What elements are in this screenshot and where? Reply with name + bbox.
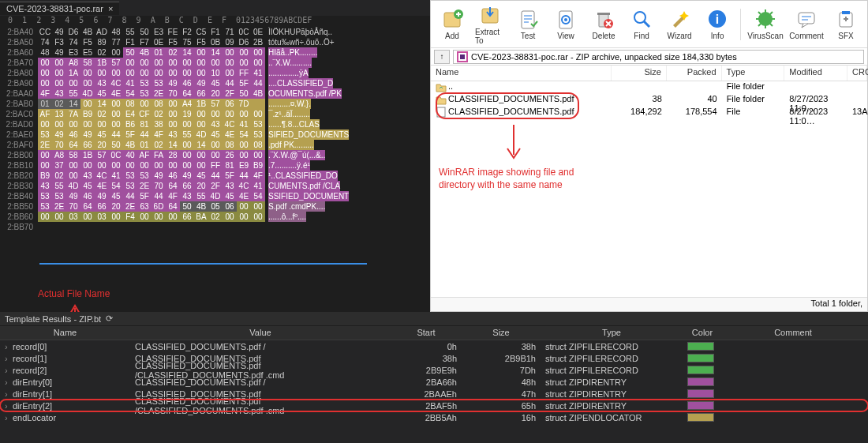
hex-byte[interactable]: 50 xyxy=(109,140,123,150)
hex-byte[interactable]: AF xyxy=(38,109,52,119)
hex-byte[interactable]: 00 xyxy=(223,109,237,119)
hex-byte[interactable]: 57 xyxy=(95,150,109,160)
hex-byte[interactable]: 64 xyxy=(80,201,95,212)
hex-byte[interactable] xyxy=(38,222,52,232)
hex-byte[interactable]: FF xyxy=(237,68,251,78)
hex-byte[interactable]: 49 xyxy=(152,171,166,181)
hex-row[interactable]: 2:BAD0000000000000B68138000000434C4153..… xyxy=(0,119,430,130)
hex-byte[interactable]: 53 xyxy=(123,171,137,181)
hex-byte[interactable]: 00 xyxy=(38,160,52,171)
col-packed[interactable]: Packed xyxy=(667,66,722,81)
hex-row[interactable]: 2:BB10003700000000000000000000FF81E9B9.7… xyxy=(0,160,430,171)
hex-byte[interactable]: 00 xyxy=(194,58,208,68)
hex-byte[interactable]: 43 xyxy=(208,119,223,130)
hex-byte[interactable]: F1 xyxy=(123,37,137,47)
hex-byte[interactable]: FA xyxy=(152,150,166,160)
hex-row[interactable]: 2:BAB001021400140008000800A41B57067D....… xyxy=(0,99,430,109)
hex-byte[interactable]: 5F xyxy=(237,78,251,88)
hex-byte[interactable]: 49 xyxy=(166,78,180,88)
hex-byte[interactable]: 00 xyxy=(237,201,251,212)
hex-byte[interactable]: 20 xyxy=(194,181,208,191)
hex-byte[interactable] xyxy=(109,222,123,232)
hex-byte[interactable]: 50 xyxy=(137,27,152,37)
hex-byte[interactable]: 4B xyxy=(251,88,265,99)
hex-byte[interactable]: 43 xyxy=(166,130,180,140)
hex-byte[interactable]: 2B xyxy=(251,37,265,47)
hex-byte[interactable]: 46 xyxy=(80,191,95,201)
hex-byte[interactable]: 44 xyxy=(152,191,166,201)
hex-byte[interactable]: 00 xyxy=(237,150,251,160)
hex-byte[interactable]: 02 xyxy=(152,109,166,119)
hex-byte[interactable]: 2F xyxy=(223,88,237,99)
hex-byte[interactable]: 00 xyxy=(38,58,52,68)
hex-byte[interactable]: 5F xyxy=(137,191,152,201)
hex-byte[interactable]: 70 xyxy=(52,140,66,150)
hex-byte[interactable]: 66 xyxy=(180,181,194,191)
hex-byte[interactable]: A8 xyxy=(66,58,80,68)
hex-byte[interactable] xyxy=(152,222,166,232)
hex-byte[interactable]: 00 xyxy=(180,140,194,150)
hex-byte[interactable]: 1B xyxy=(194,99,208,109)
hex-byte[interactable]: 4F xyxy=(38,88,52,99)
hex-byte[interactable]: F7 xyxy=(137,37,152,47)
hex-byte[interactable]: 45 xyxy=(194,171,208,181)
hex-byte[interactable]: 70 xyxy=(166,88,180,99)
hex-byte[interactable]: 00 xyxy=(208,150,223,160)
hex-byte[interactable]: 00 xyxy=(237,58,251,68)
hex-body[interactable]: 2:BA40CC49D64BAD485550E3FEF2C5F1710C0EÌI… xyxy=(0,27,430,232)
sfx-button[interactable]: SFX xyxy=(831,8,861,40)
hex-byte[interactable]: 45 xyxy=(208,78,223,88)
hex-byte[interactable]: 44 xyxy=(109,130,123,140)
hex-byte[interactable]: 00 xyxy=(251,109,265,119)
hex-byte[interactable]: 66 xyxy=(180,212,194,222)
hex-row[interactable]: 2:BAA04F43554D454E54532E706466202F504BOC… xyxy=(0,88,430,99)
hex-byte[interactable]: 00 xyxy=(194,68,208,78)
hex-byte[interactable]: 08 xyxy=(251,140,265,150)
hex-byte[interactable]: 64 xyxy=(166,201,180,212)
hex-byte[interactable]: 00 xyxy=(180,150,194,160)
hex-byte[interactable]: 00 xyxy=(166,212,180,222)
hex-byte[interactable]: 00 xyxy=(66,160,80,171)
hex-byte[interactable]: 43 xyxy=(38,181,52,191)
hex-byte[interactable]: AF xyxy=(137,150,152,160)
hex-byte[interactable]: 55 xyxy=(52,181,66,191)
hex-byte[interactable]: 02 xyxy=(208,212,223,222)
hex-byte[interactable]: 1A xyxy=(66,68,80,78)
hex-byte[interactable]: 00 xyxy=(52,58,66,68)
hex-byte[interactable]: 00 xyxy=(152,68,166,78)
hex-byte[interactable]: 00 xyxy=(109,99,123,109)
hex-byte[interactable]: 81 xyxy=(137,119,152,130)
refresh-icon[interactable]: ⟳ xyxy=(106,313,113,324)
hex-byte[interactable]: 00 xyxy=(95,119,109,130)
hex-byte[interactable]: 4C xyxy=(95,171,109,181)
hex-byte[interactable]: 48 xyxy=(109,27,123,37)
hex-byte[interactable] xyxy=(95,222,109,232)
hex-byte[interactable]: 14 xyxy=(95,99,109,109)
hex-byte[interactable]: 00 xyxy=(109,109,123,119)
hex-byte[interactable]: 55 xyxy=(66,88,80,99)
address-bar[interactable]: CVE-2023-38831-poc.rar - ZIP archive, un… xyxy=(453,50,864,64)
hex-byte[interactable]: 00 xyxy=(137,68,152,78)
close-icon[interactable]: × xyxy=(108,4,113,13)
hex-byte[interactable]: 44 xyxy=(251,78,265,88)
hex-row[interactable]: 2:BB70 xyxy=(0,222,430,232)
hex-byte[interactable]: BA xyxy=(194,212,208,222)
hex-byte[interactable]: 02 xyxy=(52,99,66,109)
view-button[interactable]: View xyxy=(551,8,581,40)
hex-row[interactable]: 2:BA9000000000434C41535349464945445F44..… xyxy=(0,78,430,88)
hex-byte[interactable]: 43 xyxy=(80,171,95,181)
hex-byte[interactable]: 2E xyxy=(38,140,52,150)
hex-byte[interactable]: 13 xyxy=(52,109,66,119)
hex-byte[interactable]: 00 xyxy=(38,212,52,222)
hex-byte[interactable]: 00 xyxy=(208,109,223,119)
hex-row[interactable]: 2:BA8000001A0000000000000000001000FF41..… xyxy=(0,68,430,78)
hex-byte[interactable]: 53 xyxy=(152,78,166,88)
hex-byte[interactable]: 66 xyxy=(80,140,95,150)
hex-byte[interactable]: 00 xyxy=(80,99,95,109)
hex-byte[interactable]: 14 xyxy=(180,47,194,58)
hex-row[interactable]: 2:BB60000003000300F400000066BA02000000..… xyxy=(0,212,430,222)
hex-byte[interactable] xyxy=(66,222,80,232)
hex-byte[interactable]: 00 xyxy=(223,212,237,222)
hex-row[interactable]: 2:BB0000A8581B570C40AFFA28000000260000.¨… xyxy=(0,150,430,160)
hex-byte[interactable]: 06 xyxy=(223,201,237,212)
